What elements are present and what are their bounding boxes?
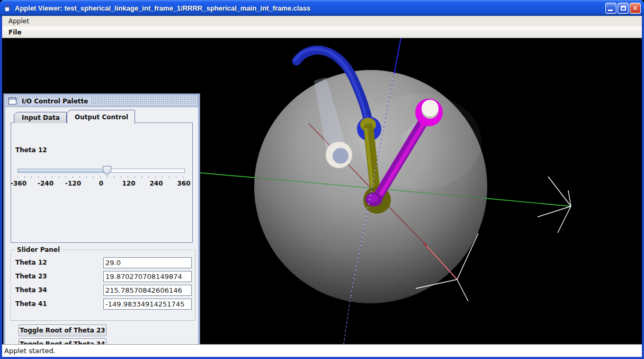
slider-thumb[interactable]: [103, 166, 111, 176]
tick-label: 120: [122, 180, 135, 187]
status-bar: Applet started.: [2, 344, 642, 357]
tab-output-control[interactable]: Output Control: [67, 110, 135, 124]
theta34-label: Theta 34: [14, 286, 103, 294]
theta12-slider[interactable]: -360 -240 -120 0 120 240 360: [17, 169, 185, 189]
title-bar[interactable]: Applet Viewer: test_spherical_linkage_in…: [0, 0, 644, 16]
tab-input-data[interactable]: Input Data: [14, 112, 67, 123]
theta41-label: Theta 41: [14, 300, 103, 308]
joint-white-face: [333, 148, 348, 164]
theta12-field[interactable]: [103, 257, 192, 268]
tick-label: -240: [38, 180, 53, 187]
menu-bar: Applet: [2, 16, 642, 27]
joint-magenta-white-cap: [422, 100, 439, 117]
tick-label: 240: [149, 180, 163, 187]
palette-window-icon: [8, 98, 16, 104]
minimize-icon: [608, 10, 613, 11]
slider-track[interactable]: [17, 169, 185, 173]
close-button[interactable]: ✕: [630, 3, 641, 14]
render-canvas[interactable]: I/O Control Palette Input Data Output Co…: [2, 38, 642, 344]
applet-menu-bar: File: [2, 27, 642, 38]
maximize-button[interactable]: [618, 3, 629, 14]
tick-label: 0: [99, 180, 103, 187]
theta34-field[interactable]: [103, 285, 192, 296]
palette-title: I/O Control Palette: [20, 98, 90, 105]
toggle-root-theta34-button[interactable]: Toggle Root of Theta 34: [19, 338, 106, 344]
theta41-row: Theta 41: [14, 297, 192, 311]
y-axis-green-left: [200, 173, 255, 178]
maximize-icon: [621, 6, 626, 11]
slider-panel-group: Slider Panel Theta 12 Theta 23 Theta 34: [11, 246, 195, 321]
io-control-palette: I/O Control Palette Input Data Output Co…: [3, 93, 200, 344]
minimize-button[interactable]: [605, 3, 616, 14]
theta41-field[interactable]: [103, 299, 192, 310]
applet-viewer-window: Applet Viewer: test_spherical_linkage_in…: [0, 0, 644, 359]
theta23-row: Theta 23: [14, 269, 192, 283]
toggle-root-theta23-button[interactable]: Toggle Root of Theta 23: [19, 325, 106, 336]
menu-applet[interactable]: Applet: [6, 16, 31, 26]
slider-tick-labels: -360 -240 -120 0 120 240 360: [17, 180, 185, 189]
tick-label: -360: [11, 180, 26, 187]
theta23-label: Theta 23: [14, 273, 103, 280]
theta12-slider-label: Theta 12: [15, 146, 47, 154]
menu-file[interactable]: File: [6, 28, 24, 37]
close-icon: ✕: [632, 5, 638, 12]
output-control-panel: Theta 12 -360 -240 -120 0: [11, 122, 193, 243]
theta12-row: Theta 12: [14, 256, 192, 269]
slider-ticks: [17, 176, 184, 178]
slider-track-fill: [18, 169, 108, 172]
window-title: Applet Viewer: test_spherical_linkage_in…: [15, 4, 605, 12]
theta12-label: Theta 12: [14, 259, 103, 266]
z-axis-blue-top: [394, 38, 401, 74]
y-axis-green-right: [486, 198, 571, 206]
java-cup-icon: [3, 4, 12, 13]
palette-tabs: Input Data Output Control: [11, 109, 193, 123]
theta23-field[interactable]: [103, 271, 192, 282]
tick-label: -120: [65, 180, 81, 187]
slider-panel-title: Slider Panel: [15, 246, 61, 253]
theta34-row: Theta 34: [14, 283, 192, 297]
palette-title-bar[interactable]: I/O Control Palette: [5, 95, 198, 107]
z-axis-blue-bottom: [344, 297, 351, 344]
tick-label: 360: [177, 180, 190, 187]
status-text: Applet started.: [4, 347, 56, 355]
